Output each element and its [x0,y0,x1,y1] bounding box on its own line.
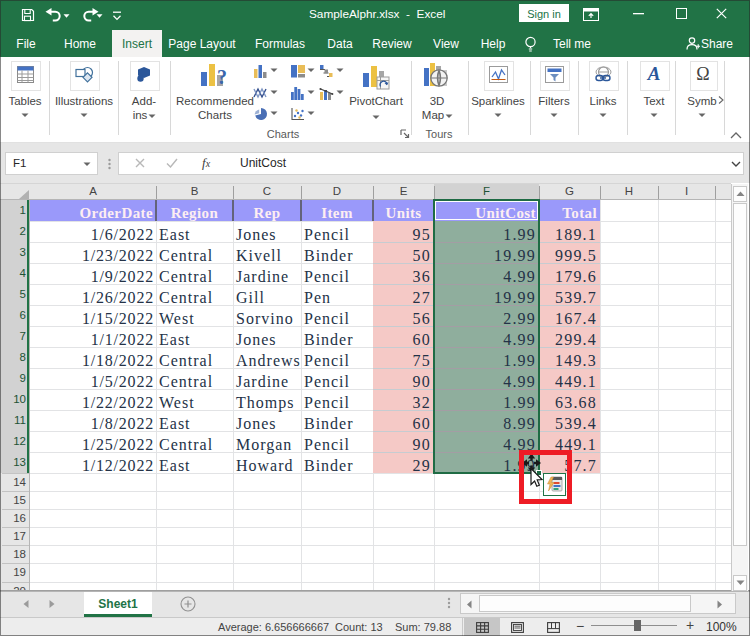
svg-text:?: ? [217,66,227,88]
